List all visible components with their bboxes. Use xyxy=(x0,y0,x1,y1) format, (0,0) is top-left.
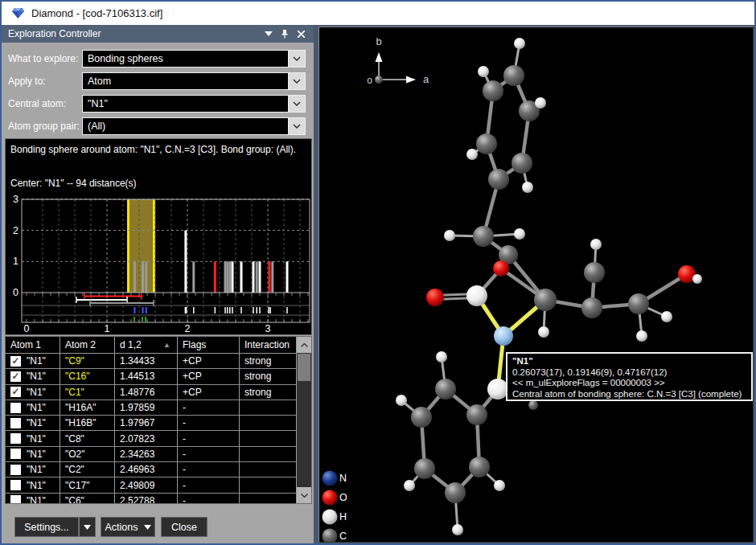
table-row[interactable]: ✓"N1""C16"1.44513+CPstrong xyxy=(6,369,297,384)
atom[interactable] xyxy=(538,326,549,338)
table-row[interactable]: ✓"N1""C9"1.34433+CPstrong xyxy=(6,354,297,369)
y-tick-label: 3 xyxy=(13,195,18,205)
atom[interactable] xyxy=(493,260,509,277)
chevron-down-icon[interactable] xyxy=(262,27,275,40)
actions-button[interactable]: Actions xyxy=(101,517,155,537)
atom[interactable] xyxy=(483,80,503,101)
combobox-atom-group-pair[interactable]: (All) xyxy=(82,117,306,135)
row-checkbox[interactable]: ✓ xyxy=(10,371,21,382)
row-checkbox[interactable]: ✓ xyxy=(10,387,21,397)
atom[interactable] xyxy=(469,457,490,477)
atom2-label: "H16B" xyxy=(60,416,115,430)
settings-dropdown-button[interactable] xyxy=(79,517,96,537)
atom[interactable] xyxy=(581,297,602,318)
interaction-value xyxy=(240,494,297,504)
atom[interactable] xyxy=(435,379,456,400)
atom[interactable] xyxy=(452,524,463,535)
histogram-bar xyxy=(259,261,261,293)
distance-histogram[interactable]: 01230123 xyxy=(6,195,311,336)
atom[interactable] xyxy=(426,289,444,306)
atom[interactable] xyxy=(661,311,672,322)
chevron-down-icon[interactable] xyxy=(288,73,305,89)
atom[interactable] xyxy=(514,228,525,240)
column-header-atom-2[interactable]: Atom 2 xyxy=(60,337,115,353)
atom[interactable] xyxy=(514,38,525,49)
atom[interactable] xyxy=(411,407,432,428)
close-button[interactable]: Close xyxy=(161,517,207,537)
atom[interactable] xyxy=(636,330,647,342)
row-checkbox[interactable] xyxy=(10,418,21,428)
atom[interactable] xyxy=(535,97,546,109)
atom[interactable] xyxy=(522,182,533,193)
atom[interactable] xyxy=(488,169,509,190)
table-row[interactable]: "N1""C6"2.52788- xyxy=(6,494,297,504)
flags-value: - xyxy=(178,431,240,445)
table-row[interactable]: "N1""H16B"1.97967- xyxy=(6,416,297,431)
scroll-down-button[interactable] xyxy=(297,487,311,503)
atom[interactable] xyxy=(692,274,702,284)
row-checkbox[interactable] xyxy=(10,465,21,475)
table-row[interactable]: "N1""O2"2.34263- xyxy=(6,447,297,462)
chevron-down-icon[interactable] xyxy=(288,118,305,134)
actions-button-label: Actions xyxy=(105,522,138,533)
atom1-label: "N1" xyxy=(27,480,46,491)
atom1-label: "N1" xyxy=(27,495,46,504)
table-row[interactable]: "N1""C2"2.46963- xyxy=(6,462,297,477)
atom[interactable] xyxy=(466,149,478,160)
atom[interactable] xyxy=(628,293,649,314)
atom[interactable] xyxy=(590,239,602,250)
atom2-label: "C6" xyxy=(60,494,115,504)
atom[interactable] xyxy=(528,400,538,410)
table-row[interactable]: "N1""C17"2.49809- xyxy=(6,477,297,493)
atom[interactable] xyxy=(404,480,415,491)
table-row[interactable]: "N1""C8"2.07823- xyxy=(6,431,297,446)
combobox-central-atom[interactable]: "N1" xyxy=(82,95,306,113)
table-scrollbar[interactable] xyxy=(297,337,311,503)
legend-label-N: N xyxy=(339,473,347,484)
table-row[interactable]: "N1""H16A"1.97859- xyxy=(6,400,297,416)
distances-table: Atom 1Atom 2d 1,2▲FlagsInteraction ✓"N1"… xyxy=(5,336,312,504)
column-header-atom-1[interactable]: Atom 1 xyxy=(6,337,60,353)
row-checkbox[interactable] xyxy=(10,495,21,504)
column-header-d-1-2[interactable]: d 1,2▲ xyxy=(115,337,178,353)
atom[interactable] xyxy=(478,66,489,77)
atom[interactable] xyxy=(512,153,532,174)
atom[interactable] xyxy=(503,65,524,86)
scrollbar-thumb[interactable] xyxy=(298,354,310,381)
atom[interactable] xyxy=(473,226,494,247)
atom[interactable] xyxy=(466,404,487,425)
row-checkbox[interactable] xyxy=(10,480,21,490)
chevron-down-icon[interactable] xyxy=(288,51,305,67)
atom[interactable] xyxy=(534,289,557,311)
atom[interactable] xyxy=(414,458,435,479)
row-checkbox[interactable] xyxy=(10,403,21,413)
combobox-value: Atom xyxy=(83,76,288,87)
table-row[interactable]: ✓"N1""C1"1.48776+CPstrong xyxy=(6,385,297,400)
column-header-interaction[interactable]: Interaction xyxy=(240,337,297,353)
column-header-flags[interactable]: Flags xyxy=(178,337,240,353)
pin-icon[interactable] xyxy=(278,27,291,40)
histogram-bar xyxy=(228,261,231,293)
row-checkbox[interactable]: ✓ xyxy=(10,356,21,367)
atom[interactable] xyxy=(396,395,407,406)
chevron-down-icon[interactable] xyxy=(288,96,305,112)
scroll-up-button[interactable] xyxy=(297,337,311,353)
atom[interactable] xyxy=(466,285,487,306)
close-icon[interactable] xyxy=(294,27,307,40)
structure-viewport[interactable]: abo NOHC "N1" 0.26073(17), 0.19146(9), 0… xyxy=(318,27,754,543)
atom[interactable] xyxy=(494,480,505,491)
combobox-apply-to[interactable]: Atom xyxy=(82,72,306,90)
atom[interactable] xyxy=(584,262,605,283)
panel-header: Exploration Controller xyxy=(2,25,314,43)
atom[interactable] xyxy=(436,351,447,363)
distance-value: 2.07823 xyxy=(115,431,178,445)
settings-button[interactable]: Settings... xyxy=(14,517,79,537)
atom[interactable] xyxy=(445,482,466,503)
combobox-what-to-explore[interactable]: Bonding spheres xyxy=(82,50,306,68)
atom[interactable] xyxy=(494,326,513,346)
atom[interactable] xyxy=(476,133,497,154)
atom[interactable] xyxy=(444,230,455,241)
row-checkbox[interactable] xyxy=(10,449,21,459)
row-checkbox[interactable] xyxy=(10,433,21,444)
molecule-canvas[interactable]: abo NOHC xyxy=(319,27,753,542)
